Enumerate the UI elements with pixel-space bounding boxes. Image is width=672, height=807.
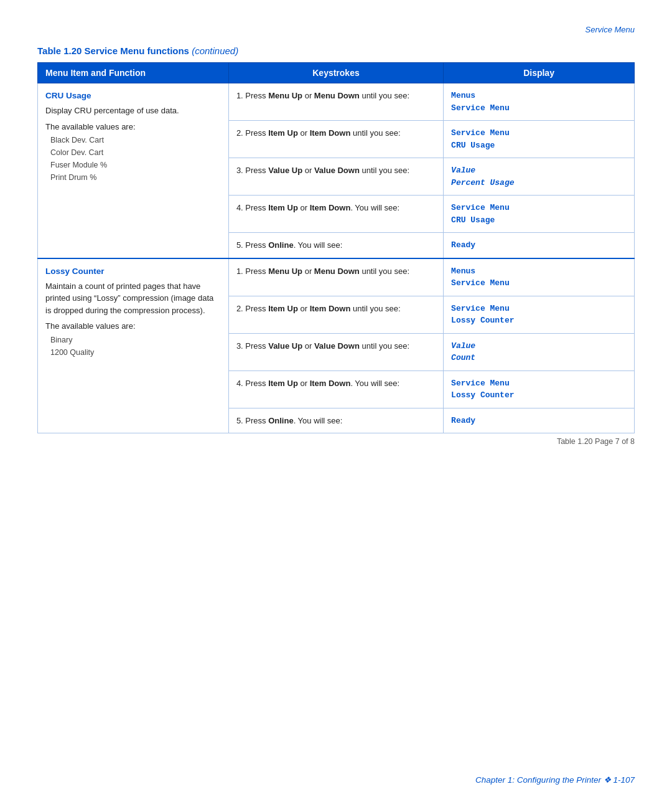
table-row: CRU UsageDisplay CRU percentage of use d… bbox=[38, 83, 635, 121]
item-title-cru-usage: CRU Usage bbox=[45, 90, 221, 102]
main-table: Menu Item and Function Keystrokes Displa… bbox=[37, 62, 635, 433]
item-title-lossy-counter: Lossy Counter bbox=[45, 265, 221, 278]
keystroke-cell: 4. Press Item Up or Item Down. You will … bbox=[228, 370, 443, 408]
display-cell: Ready bbox=[444, 233, 635, 258]
display-cell: Value Percent Usage bbox=[444, 158, 635, 196]
item-values-list-lossy-counter: Binary1200 Quality bbox=[50, 334, 221, 359]
col-header-menu: Menu Item and Function bbox=[38, 63, 229, 83]
item-cell-lossy-counter: Lossy CounterMaintain a count of printed… bbox=[38, 258, 229, 433]
keystroke-cell: 2. Press Item Up or Item Down until you … bbox=[228, 296, 443, 333]
display-cell: Ready bbox=[444, 408, 635, 433]
keystroke-cell: 5. Press Online. You will see: bbox=[228, 408, 443, 433]
table-row: Lossy CounterMaintain a count of printed… bbox=[38, 258, 635, 296]
display-cell: Menus Service Menu bbox=[444, 258, 635, 296]
keystroke-cell: 1. Press Menu Up or Menu Down until you … bbox=[228, 258, 443, 296]
item-values-list-cru-usage: Black Dev. CartColor Dev. CartFuser Modu… bbox=[50, 134, 221, 184]
keystroke-cell: 1. Press Menu Up or Menu Down until you … bbox=[228, 83, 443, 121]
keystroke-cell: 3. Press Value Up or Value Down until yo… bbox=[228, 333, 443, 370]
keystroke-cell: 5. Press Online. You will see: bbox=[228, 233, 443, 258]
display-cell: Service Menu CRU Usage bbox=[444, 196, 635, 233]
col-header-display: Display bbox=[444, 63, 635, 83]
item-desc-cru-usage: Display CRU percentage of use data. bbox=[45, 105, 221, 117]
display-cell: Service Menu Lossy Counter bbox=[444, 296, 635, 333]
item-desc-lossy-counter: Maintain a count of printed pages that h… bbox=[45, 280, 221, 317]
display-cell: Service Menu Lossy Counter bbox=[444, 370, 635, 408]
display-cell: Value Count bbox=[444, 333, 635, 370]
footer-chapter: Chapter 1: Configuring the Printer ❖ 1-1… bbox=[475, 775, 635, 785]
header-service-menu: Service Menu bbox=[37, 25, 635, 34]
keystroke-cell: 3. Press Value Up or Value Down until yo… bbox=[228, 158, 443, 196]
table-title: Table 1.20 Service Menu functions (conti… bbox=[37, 45, 635, 56]
item-values-label-cru-usage: The available values are: bbox=[45, 121, 221, 133]
item-values-label-lossy-counter: The available values are: bbox=[45, 320, 221, 333]
keystroke-cell: 2. Press Item Up or Item Down until you … bbox=[228, 121, 443, 158]
display-cell: Service Menu CRU Usage bbox=[444, 121, 635, 158]
keystroke-cell: 4. Press Item Up or Item Down. You will … bbox=[228, 196, 443, 233]
display-cell: Menus Service Menu bbox=[444, 83, 635, 121]
table-page-note: Table 1.20 Page 7 of 8 bbox=[37, 433, 635, 450]
item-cell-cru-usage: CRU UsageDisplay CRU percentage of use d… bbox=[38, 83, 229, 258]
col-header-keystrokes: Keystrokes bbox=[228, 63, 443, 83]
